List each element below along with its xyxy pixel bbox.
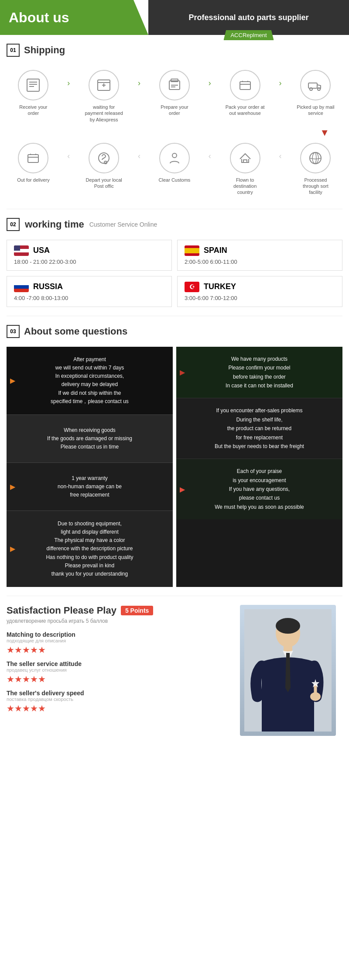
ship-icon-7: [89, 143, 119, 173]
ship-label-4: Pack your order at out warehouse: [226, 104, 265, 117]
sat-item-2: The seller service attitude продавец усл…: [7, 660, 225, 684]
ship-icon-4: [230, 70, 260, 100]
svg-point-15: [104, 161, 107, 164]
header-left: About us: [0, 0, 148, 35]
ship-item-2: waiting for payment released by Aliexpre…: [84, 70, 123, 123]
ship-item-9: Flown to destination country: [226, 143, 265, 196]
questions-title-row: 03 About some questions: [7, 325, 342, 338]
q-left-text-2: When receiving goods If the goods are da…: [47, 426, 132, 452]
turkey-label: TURKEY: [204, 282, 236, 291]
ship-label-8: Clear Customs: [159, 177, 191, 183]
ship-item-7: Depart your local Post offic: [84, 143, 123, 190]
shipping-title-row: 01 Shipping: [7, 44, 342, 57]
questions-right-panel: ▶ We have many products Please confirm y…: [176, 347, 342, 587]
shipping-heading: Shipping: [24, 45, 65, 56]
ship-label-5: Picked up by mail service: [296, 104, 335, 117]
arrow-2: ›: [138, 79, 140, 88]
questions-heading: About some questions: [24, 326, 127, 337]
ship-icon-1: [18, 70, 48, 100]
questions-left-panel: ▶ After payment we will send out within …: [7, 347, 173, 587]
stars-3: ★★★★★: [7, 703, 225, 714]
ship-item-6: Out for delivery: [14, 143, 53, 183]
ship-label-2: waiting for payment released by Aliexpre…: [84, 104, 123, 123]
brand-name: ACCReplment: [223, 30, 274, 40]
country-grid: USA 18:00 - 21:00 22:00-3:00 SPAIN 2:00-…: [7, 240, 342, 307]
q-right-item-2: If you encounter after-sales problems Du…: [176, 398, 342, 459]
svg-point-22: [276, 618, 300, 634]
questions-num: 03: [7, 325, 20, 338]
ship-icon-3: [159, 70, 190, 100]
country-name-usa: USA: [14, 245, 164, 256]
q-left-item-3: ▶ 1 year warranty non-human damage can b…: [7, 463, 173, 511]
country-card-turkey: ☪ TURKEY 3:00-6:00 7:00-12:00: [177, 276, 342, 307]
country-card-spain: SPAIN 2:00-5:00 6:00-11:00: [177, 240, 342, 271]
ship-icon-10: [300, 143, 331, 173]
sat-item-1: Matching to description подходящие для о…: [7, 631, 225, 655]
country-name-turkey: ☪ TURKEY: [185, 282, 335, 292]
ship-label-1: Receive your order: [14, 104, 53, 117]
svg-rect-10: [308, 83, 317, 88]
stars-2: ★★★★★: [7, 674, 225, 684]
sat-item-sub-3: поставка продавцом скорость: [7, 697, 225, 702]
q-left-text-4: Due to shooting equipment, light and dis…: [46, 520, 133, 578]
usa-time: 18:00 - 21:00 22:00-3:00: [14, 259, 164, 265]
svg-rect-13: [28, 155, 38, 162]
satisfaction-right: [233, 605, 342, 736]
flag-turkey: ☪: [185, 282, 199, 292]
stars-1: ★★★★★: [7, 645, 225, 655]
ship-item-4: Pack your order at out warehouse: [226, 70, 265, 117]
q-left-item-1: ▶ After payment we will send out within …: [7, 347, 173, 415]
country-name-russia: RUSSIA: [14, 282, 164, 292]
arrow-back-3: ‹: [209, 152, 211, 161]
ship-label-3: Prepare your order: [155, 104, 194, 117]
svg-point-11: [310, 88, 312, 90]
ship-label-6: Out for delivery: [17, 177, 50, 183]
about-us-title: About us: [9, 10, 69, 26]
q-right-text-1: We have many products Please confirm you…: [226, 355, 293, 390]
q-right-arrow-1: ▶: [180, 366, 185, 378]
flag-russia: [14, 282, 29, 292]
sat-item-sub-1: подходящие для описания: [7, 638, 225, 643]
ship-item-1: Receive your order: [14, 70, 53, 117]
svg-rect-9: [240, 82, 250, 90]
ship-icon-6: [18, 143, 48, 173]
ship-icon-9: [230, 143, 260, 173]
q-right-text-3: Each of your praise is your encouragemen…: [215, 467, 304, 511]
supplier-title: Professional auto parts supplier: [188, 13, 308, 22]
down-arrow: ▼: [7, 127, 342, 138]
questions-section: 03 About some questions ▶ After payment …: [0, 316, 349, 596]
sat-item-sub-2: продавец услуг отношения: [7, 667, 225, 673]
q-arrow-1: ▶: [10, 375, 15, 386]
arrow-1: ›: [67, 79, 70, 88]
q-right-text-2: If you encounter after-sales problems Du…: [215, 406, 304, 451]
ship-item-8: Clear Customs: [155, 143, 194, 183]
sat-item-3: The seller's delivery speed поставка про…: [7, 690, 225, 714]
q-arrow-3: ▶: [10, 481, 15, 493]
arrow-back-2: ‹: [138, 152, 140, 161]
russia-time: 4:00 -7:00 8:00-13:00: [14, 295, 164, 301]
q-right-item-1: ▶ We have many products Please confirm y…: [176, 347, 342, 399]
country-card-usa: USA 18:00 - 21:00 22:00-3:00: [7, 240, 172, 271]
shipping-num: 01: [7, 44, 20, 57]
person-image: [240, 605, 336, 736]
questions-grid: ▶ After payment we will send out within …: [7, 347, 342, 587]
svg-point-12: [318, 88, 320, 90]
satisfaction-badge: 5 Points: [121, 606, 153, 615]
working-time-section: 02 working time Customer Service Online …: [0, 209, 349, 316]
spain-time: 2:00-5:00 6:00-11:00: [185, 259, 335, 265]
country-card-russia: RUSSIA 4:00 -7:00 8:00-13:00: [7, 276, 172, 307]
turkey-time: 3:00-6:00 7:00-12:00: [185, 295, 335, 301]
q-left-text-1: After payment we will send out within 7 …: [51, 355, 129, 406]
svg-point-18: [310, 152, 321, 164]
spain-label: SPAIN: [204, 246, 227, 255]
working-title-row: 02 working time Customer Service Online: [7, 218, 342, 231]
q-arrow-4: ▶: [10, 543, 15, 555]
ship-item-10: Processed through sort facility: [296, 143, 335, 196]
satisfaction-subtitle: удовлетворение просьба играть 5 баллов: [7, 618, 225, 624]
flag-usa: [14, 245, 29, 256]
svg-rect-0: [27, 79, 39, 91]
usa-label: USA: [33, 246, 50, 255]
working-num: 02: [7, 218, 20, 231]
shipping-section: 01 Shipping Receive your order › waiting…: [0, 35, 349, 209]
ship-icon-2: [89, 70, 119, 100]
